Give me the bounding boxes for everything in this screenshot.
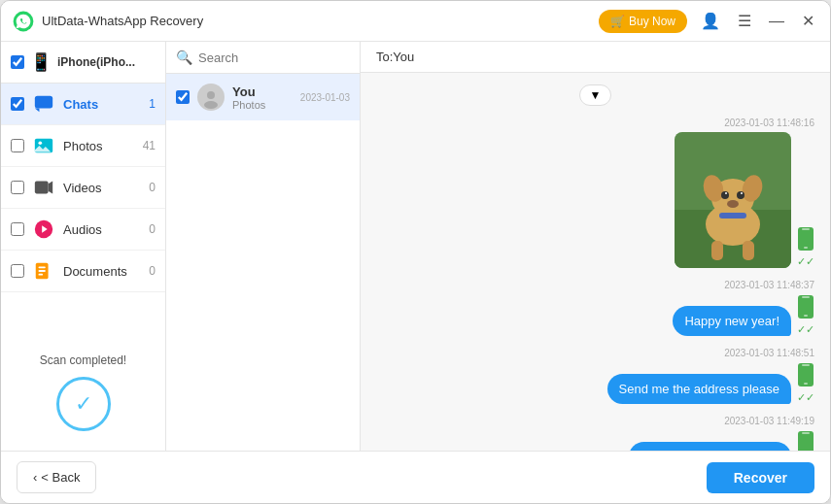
bottom-bar: ‹ < Back Recover	[1, 451, 830, 503]
scan-complete-circle: ✓	[56, 377, 111, 431]
sidebar-item-documents[interactable]: Documents 0	[1, 251, 165, 292]
minimize-icon[interactable]: —	[765, 11, 788, 32]
chat-list: You Photos 2023-01-03	[166, 74, 360, 451]
filter-dropdown[interactable]: ▼	[579, 84, 612, 106]
search-icon: 🔍	[176, 50, 192, 65]
documents-checkbox[interactable]	[11, 264, 24, 278]
msg-1-check: ✓✓	[797, 323, 814, 336]
msg-image-content	[675, 132, 791, 268]
chats-checkbox[interactable]	[11, 97, 24, 111]
svg-rect-38	[802, 432, 810, 434]
titlebar-actions: 🛒 Buy Now 👤 ☰ — ✕	[599, 10, 818, 33]
videos-label: Videos	[63, 181, 141, 195]
svg-rect-24	[743, 241, 754, 260]
sidebar: 📱 iPhone(iPho... Chats 1	[1, 42, 166, 451]
msg-image-timestamp: 2023-01-03 11:48:16	[724, 118, 814, 128]
sidebar-item-audios[interactable]: Audios 0	[1, 209, 165, 251]
message-1-row: 2023-01-03 11:48:37 Happy new year! ✓✓	[376, 280, 814, 336]
msg-image-actions: ✓✓	[797, 226, 814, 268]
svg-point-21	[737, 191, 744, 199]
msg-2-check: ✓✓	[797, 391, 814, 404]
menu-icon[interactable]: ☰	[734, 10, 755, 32]
msg-1-bubble-row: Happy new year! ✓✓	[673, 294, 814, 336]
svg-rect-32	[802, 296, 810, 298]
app-window: UltData-WhatsApp Recovery 🛒 Buy Now 👤 ☰ …	[0, 0, 831, 504]
photos-checkbox[interactable]	[11, 139, 24, 152]
buy-now-label: Buy Now	[629, 15, 675, 28]
svg-rect-30	[804, 247, 808, 249]
photos-icon	[32, 134, 55, 157]
back-button[interactable]: ‹ < Back	[17, 461, 96, 493]
svg-rect-36	[804, 383, 808, 385]
msg-2-bubble-row: Send me the address please ✓✓	[607, 362, 815, 404]
msg-3-bubble: I will be back in two days	[629, 442, 791, 451]
scan-complete-text: Scan completed!	[40, 353, 126, 367]
back-label: < Back	[41, 470, 80, 485]
audios-label: Audios	[63, 222, 141, 237]
svg-point-20	[721, 191, 729, 199]
svg-point-13	[204, 101, 218, 109]
phone-icon-3	[797, 362, 814, 387]
phone-icon-4	[797, 430, 814, 451]
chat-item-name: You	[232, 84, 293, 99]
chat-item-date: 2023-01-03	[300, 92, 350, 103]
svg-rect-10	[39, 270, 46, 272]
msg-1-bubble: Happy new year!	[673, 306, 791, 336]
svg-marker-6	[49, 182, 53, 194]
msg-1-actions: ✓✓	[797, 294, 814, 336]
photos-label: Photos	[63, 139, 135, 153]
chat-item-sub: Photos	[232, 99, 293, 111]
device-checkbox[interactable]	[11, 55, 24, 69]
search-input[interactable]	[198, 50, 362, 65]
svg-rect-1	[35, 96, 52, 109]
audios-icon	[32, 218, 55, 241]
chat-item[interactable]: You Photos 2023-01-03	[166, 74, 360, 120]
user-icon[interactable]: 👤	[697, 10, 724, 32]
app-logo	[13, 11, 34, 32]
sidebar-item-videos[interactable]: Videos 0	[1, 167, 165, 209]
buy-now-button[interactable]: 🛒 Buy Now	[599, 10, 687, 33]
sidebar-item-photos[interactable]: Photos 41	[1, 125, 165, 167]
photos-count: 41	[143, 139, 156, 152]
svg-point-22	[727, 200, 739, 208]
msg-3-actions: ✓✓	[797, 430, 814, 451]
device-phone-icon: 📱	[30, 51, 52, 73]
chat-view-body[interactable]: ▼ 2023-01-03 11:48:16	[361, 73, 830, 451]
recover-button[interactable]: Recover	[707, 462, 814, 493]
svg-point-27	[741, 192, 743, 194]
chat-item-checkbox[interactable]	[176, 90, 190, 104]
msg-2-timestamp: 2023-01-03 11:48:51	[724, 348, 814, 358]
app-title: UltData-WhatsApp Recovery	[42, 14, 599, 28]
svg-point-12	[207, 91, 215, 99]
scan-checkmark-icon: ✓	[75, 391, 92, 417]
videos-checkbox[interactable]	[11, 181, 24, 194]
device-name: iPhone(iPho...	[57, 55, 135, 69]
cart-icon: 🛒	[610, 15, 625, 28]
chevron-down-icon: ▼	[590, 88, 602, 102]
chat-view-title: To:You	[376, 50, 414, 64]
svg-rect-35	[802, 364, 810, 366]
sidebar-item-chats[interactable]: Chats 1	[1, 84, 165, 125]
phone-icon-1	[797, 226, 814, 252]
chats-label: Chats	[63, 97, 141, 112]
chats-count: 1	[149, 97, 156, 111]
close-icon[interactable]: ✕	[798, 10, 818, 32]
svg-rect-23	[711, 241, 723, 260]
scan-complete-section: Scan completed! ✓	[1, 334, 165, 451]
search-bar: 🔍	[166, 42, 360, 74]
videos-count: 0	[149, 181, 156, 194]
audios-checkbox[interactable]	[11, 222, 24, 236]
audios-count: 0	[149, 222, 156, 236]
documents-label: Documents	[63, 264, 141, 279]
documents-icon	[32, 259, 55, 283]
chat-item-info: You Photos	[232, 84, 293, 111]
chat-item-avatar	[197, 84, 225, 111]
svg-point-4	[39, 141, 43, 145]
msg-3-bubble-row: I will be back in two days ✓✓	[629, 430, 814, 451]
svg-point-26	[725, 192, 727, 194]
svg-rect-11	[39, 274, 44, 276]
documents-count: 0	[149, 264, 156, 278]
videos-icon	[32, 176, 55, 199]
phone-icon-2	[797, 294, 814, 319]
msg-3-timestamp: 2023-01-03 11:49:19	[724, 416, 814, 426]
